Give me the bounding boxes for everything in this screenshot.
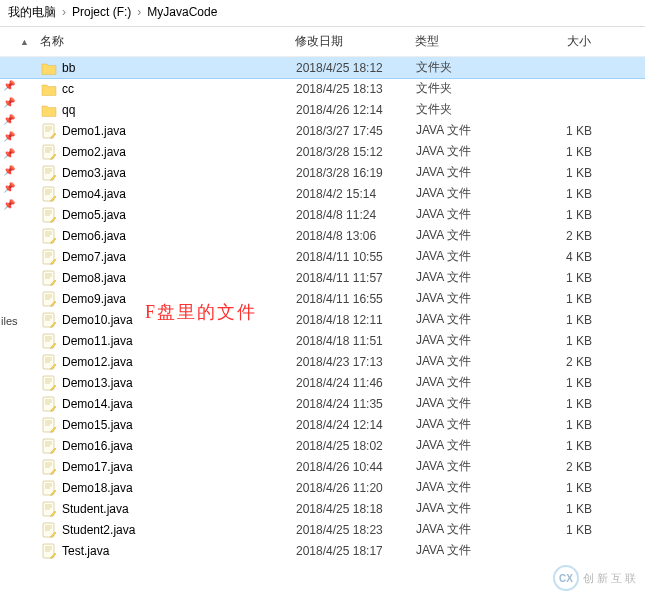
file-row[interactable]: Demo6.java2018/4/8 13:06JAVA 文件2 KB [0,225,645,246]
column-header-type[interactable]: 类型 [415,33,533,50]
file-type: JAVA 文件 [416,500,534,517]
java-file-icon [40,249,58,265]
folder-icon [40,60,58,76]
file-row[interactable]: Demo16.java2018/4/25 18:02JAVA 文件1 KB [0,435,645,456]
file-type: 文件夹 [416,80,534,97]
file-row[interactable]: bb2018/4/25 18:12文件夹 [0,57,645,78]
file-row[interactable]: Student.java2018/4/25 18:18JAVA 文件1 KB [0,498,645,519]
file-row[interactable]: Demo15.java2018/4/24 12:14JAVA 文件1 KB [0,414,645,435]
pin-icon: 📌 [3,199,15,210]
file-type: JAVA 文件 [416,311,534,328]
watermark-logo-icon: CX [553,565,579,591]
file-size: 1 KB [534,334,604,348]
file-row[interactable]: qq2018/4/26 12:14文件夹 [0,99,645,120]
folder-icon [40,102,58,118]
java-file-icon [40,228,58,244]
file-row[interactable]: Demo1.java2018/3/27 17:45JAVA 文件1 KB [0,120,645,141]
column-header-name[interactable]: 名称 ▲ [40,33,295,50]
file-date: 2018/4/18 12:11 [296,313,416,327]
file-date: 2018/3/27 17:45 [296,124,416,138]
file-name: Student.java [62,502,296,516]
file-type: JAVA 文件 [416,437,534,454]
file-row[interactable]: Demo12.java2018/4/23 17:13JAVA 文件2 KB [0,351,645,372]
file-row[interactable]: Demo5.java2018/4/8 11:24JAVA 文件1 KB [0,204,645,225]
quick-access-pins: 📌 📌 📌 📌 📌 📌 📌 📌 [3,80,15,210]
file-name: Demo3.java [62,166,296,180]
file-type: JAVA 文件 [416,353,534,370]
watermark-text: 创新互联 [583,571,639,586]
file-name: Student2.java [62,523,296,537]
file-size: 1 KB [534,481,604,495]
file-type: JAVA 文件 [416,185,534,202]
watermark: CX 创新互联 [553,565,639,591]
java-file-icon [40,417,58,433]
java-file-icon [40,123,58,139]
file-row[interactable]: Demo11.java2018/4/18 11:51JAVA 文件1 KB [0,330,645,351]
file-type: JAVA 文件 [416,206,534,223]
pin-icon: 📌 [3,148,15,159]
file-name: cc [62,82,296,96]
breadcrumb-part[interactable]: Project (F:) [72,5,131,19]
columns-header: 名称 ▲ 修改日期 类型 大小 [0,27,645,57]
file-size: 4 KB [534,250,604,264]
file-date: 2018/4/8 11:24 [296,208,416,222]
chevron-right-icon: › [62,5,66,19]
java-file-icon [40,354,58,370]
file-row[interactable]: Demo13.java2018/4/24 11:46JAVA 文件1 KB [0,372,645,393]
column-header-size[interactable]: 大小 [533,33,603,50]
file-row[interactable]: Demo8.java2018/4/11 11:57JAVA 文件1 KB [0,267,645,288]
file-date: 2018/4/11 10:55 [296,250,416,264]
file-row[interactable]: Demo18.java2018/4/26 11:20JAVA 文件1 KB [0,477,645,498]
java-file-icon [40,501,58,517]
file-name: bb [62,61,296,75]
column-header-date[interactable]: 修改日期 [295,33,415,50]
file-size: 1 KB [534,145,604,159]
breadcrumb[interactable]: 我的电脑 › Project (F:) › MyJavaCode [0,0,645,24]
java-file-icon [40,165,58,181]
file-row[interactable]: cc2018/4/25 18:13文件夹 [0,78,645,99]
sidebar-cutoff-label: iles [1,315,18,327]
file-row[interactable]: Demo10.java2018/4/18 12:11JAVA 文件1 KB [0,309,645,330]
file-size: 1 KB [534,502,604,516]
file-name: Demo1.java [62,124,296,138]
file-name: Demo14.java [62,397,296,411]
file-name: Test.java [62,544,296,558]
file-size: 1 KB [534,418,604,432]
breadcrumb-part[interactable]: MyJavaCode [147,5,217,19]
file-size: 1 KB [534,166,604,180]
file-date: 2018/4/11 11:57 [296,271,416,285]
file-name: Demo11.java [62,334,296,348]
file-name: Demo8.java [62,271,296,285]
file-row[interactable]: Demo3.java2018/3/28 16:19JAVA 文件1 KB [0,162,645,183]
file-type: JAVA 文件 [416,164,534,181]
file-type: JAVA 文件 [416,521,534,538]
file-row[interactable]: Demo14.java2018/4/24 11:35JAVA 文件1 KB [0,393,645,414]
file-type: JAVA 文件 [416,290,534,307]
file-name: Demo7.java [62,250,296,264]
file-row[interactable]: Demo4.java2018/4/2 15:14JAVA 文件1 KB [0,183,645,204]
file-date: 2018/4/8 13:06 [296,229,416,243]
file-list: bb2018/4/25 18:12文件夹cc2018/4/25 18:13文件夹… [0,57,645,561]
java-file-icon [40,396,58,412]
pin-icon: 📌 [3,131,15,142]
file-type: JAVA 文件 [416,395,534,412]
file-row[interactable]: Student2.java2018/4/25 18:23JAVA 文件1 KB [0,519,645,540]
pin-icon: 📌 [3,114,15,125]
file-size: 1 KB [534,439,604,453]
file-type: 文件夹 [416,59,534,76]
file-row[interactable]: Test.java2018/4/25 18:17JAVA 文件 [0,540,645,561]
file-date: 2018/3/28 15:12 [296,145,416,159]
pin-icon: 📌 [3,80,15,91]
java-file-icon [40,186,58,202]
java-file-icon [40,144,58,160]
file-row[interactable]: Demo9.java2018/4/11 16:55JAVA 文件1 KB [0,288,645,309]
breadcrumb-part[interactable]: 我的电脑 [8,4,56,21]
pin-icon: 📌 [3,97,15,108]
file-type: JAVA 文件 [416,374,534,391]
java-file-icon [40,543,58,559]
file-row[interactable]: Demo17.java2018/4/26 10:44JAVA 文件2 KB [0,456,645,477]
file-row[interactable]: Demo7.java2018/4/11 10:55JAVA 文件4 KB [0,246,645,267]
file-name: Demo6.java [62,229,296,243]
file-row[interactable]: Demo2.java2018/3/28 15:12JAVA 文件1 KB [0,141,645,162]
pin-icon: 📌 [3,182,15,193]
